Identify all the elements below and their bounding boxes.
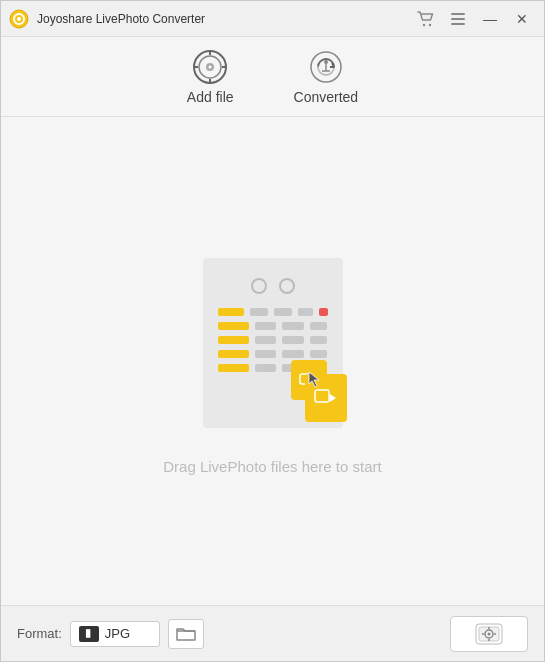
toolbar: Add file Converted	[1, 37, 544, 117]
cell-yellow-5	[218, 364, 249, 372]
cell-3	[298, 308, 313, 316]
converted-icon	[308, 49, 344, 85]
svg-rect-22	[315, 390, 329, 402]
cell-yellow-4	[218, 350, 249, 358]
svg-point-2	[17, 17, 21, 21]
doc-row-4	[218, 350, 328, 358]
cell-4	[255, 322, 277, 330]
svg-marker-23	[330, 394, 336, 402]
titlebar: Joyoshare LivePhoto Converter —	[1, 1, 544, 37]
cell-1	[250, 308, 268, 316]
svg-point-27	[488, 632, 491, 635]
cell-13	[255, 364, 277, 372]
cell-10	[255, 350, 277, 358]
add-file-icon	[192, 49, 228, 85]
doc-row-1	[218, 308, 328, 316]
cell-red-1	[319, 308, 327, 316]
convert-button[interactable]	[450, 616, 528, 652]
cell-yellow-3	[218, 336, 249, 344]
svg-point-4	[429, 23, 431, 25]
svg-rect-6	[451, 18, 465, 20]
cell-8	[282, 336, 304, 344]
converted-label: Converted	[294, 89, 359, 105]
close-button[interactable]: ✕	[508, 5, 536, 33]
cell-12	[310, 350, 328, 358]
drop-illustration	[193, 248, 353, 438]
cell-7	[255, 336, 277, 344]
cell-2	[274, 308, 292, 316]
cell-9	[310, 336, 328, 344]
svg-point-11	[209, 65, 212, 68]
doc-circle-right	[279, 278, 295, 294]
cell-5	[282, 322, 304, 330]
output-folder-button[interactable]	[168, 619, 204, 649]
doc-row-3	[218, 336, 328, 344]
drag-drop-hint: Drag LivePhoto files here to start	[163, 458, 381, 475]
converted-button[interactable]: Converted	[294, 49, 359, 105]
cell-yellow-1	[218, 308, 244, 316]
app-window: Joyoshare LivePhoto Converter —	[0, 0, 545, 662]
doc-row-2	[218, 322, 328, 330]
main-content: Drag LivePhoto files here to start	[1, 117, 544, 605]
format-value: JPG	[105, 626, 130, 641]
add-file-label: Add file	[187, 89, 234, 105]
window-controls: — ✕	[412, 5, 536, 33]
svg-rect-5	[451, 13, 465, 15]
cell-11	[282, 350, 304, 358]
format-icon: ▊	[79, 626, 99, 642]
doc-circles	[251, 278, 295, 294]
format-label: Format:	[17, 626, 62, 641]
minimize-button[interactable]: —	[476, 5, 504, 33]
format-selector[interactable]: ▊ JPG	[70, 621, 160, 647]
doc-circle-left	[251, 278, 267, 294]
bottombar: Format: ▊ JPG	[1, 605, 544, 661]
svg-rect-7	[451, 23, 465, 25]
app-logo-icon	[9, 9, 29, 29]
app-title: Joyoshare LivePhoto Converter	[37, 12, 412, 26]
add-file-button[interactable]: Add file	[187, 49, 234, 105]
cart-icon[interactable]	[412, 5, 440, 33]
cursor-icon	[307, 370, 323, 390]
menu-icon[interactable]	[444, 5, 472, 33]
cell-6	[310, 322, 328, 330]
cell-yellow-2	[218, 322, 249, 330]
svg-point-3	[423, 23, 425, 25]
